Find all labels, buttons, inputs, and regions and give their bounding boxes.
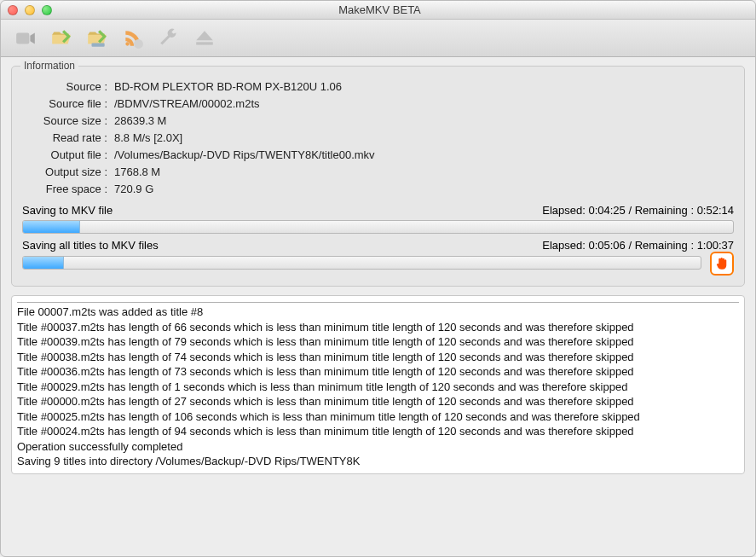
wrench-icon bbox=[158, 27, 180, 49]
stop-button[interactable] bbox=[710, 252, 734, 276]
information-title: Information bbox=[20, 60, 78, 72]
svg-rect-0 bbox=[16, 32, 29, 44]
stop-hand-icon bbox=[714, 256, 730, 271]
log-line: Title #00029.m2ts has length of 1 second… bbox=[17, 380, 739, 395]
progress2-fill bbox=[23, 257, 64, 269]
open-files-button[interactable] bbox=[84, 26, 110, 51]
stream-button[interactable] bbox=[120, 26, 146, 51]
log-line: Title #00039.m2ts has length of 79 secon… bbox=[17, 334, 739, 350]
progress1-label: Saving to MKV file bbox=[22, 204, 113, 217]
progress1-bar bbox=[22, 220, 734, 234]
log-scroll-cutoff bbox=[17, 299, 739, 303]
log-line: Title #00038.m2ts has length of 74 secon… bbox=[17, 350, 739, 365]
camera-icon bbox=[14, 27, 37, 49]
progress1-time: Elapsed: 0:04:25 / Remaining : 0:52:14 bbox=[542, 204, 734, 217]
log-line: File 00007.m2ts was added as title #8 bbox=[17, 305, 739, 320]
progress2-bar bbox=[22, 256, 701, 270]
value-source: BD-ROM PLEXTOR BD-ROM PX-B120U 1.06 bbox=[111, 80, 734, 93]
label-output-size: Output size : bbox=[22, 165, 107, 178]
progress1-header: Saving to MKV file Elapsed: 0:04:25 / Re… bbox=[22, 204, 734, 217]
log-line: Title #00024.m2ts has length of 94 secon… bbox=[17, 424, 739, 439]
value-free-space: 720.9 G bbox=[111, 183, 734, 195]
eject-icon bbox=[193, 27, 216, 49]
progress1-fill bbox=[23, 221, 80, 233]
log-line: Title #00025.m2ts has length of 106 seco… bbox=[17, 409, 739, 425]
folder-hdd-icon bbox=[86, 27, 108, 49]
progress2-label: Saving all titles to MKV files bbox=[22, 239, 159, 252]
folder-open-icon bbox=[50, 27, 72, 49]
value-read-rate: 8.8 M/s [2.0X] bbox=[111, 131, 734, 144]
label-free-space: Free space : bbox=[22, 183, 107, 195]
label-source-size: Source size : bbox=[22, 114, 107, 127]
settings-button[interactable] bbox=[156, 26, 182, 51]
value-output-size: 1768.8 M bbox=[111, 165, 734, 178]
log-output[interactable]: File 00007.m2ts was added as title #8Tit… bbox=[11, 295, 745, 474]
toolbar bbox=[1, 20, 755, 57]
rss-icon bbox=[122, 27, 144, 49]
svg-rect-2 bbox=[92, 43, 105, 46]
value-source-size: 28639.3 M bbox=[111, 114, 734, 127]
log-line: Title #00000.m2ts has length of 27 secon… bbox=[17, 394, 739, 409]
svg-point-4 bbox=[134, 39, 143, 49]
info-key-values: Source : BD-ROM PLEXTOR BD-ROM PX-B120U … bbox=[22, 80, 734, 195]
open-folder-button[interactable] bbox=[49, 26, 74, 51]
value-output-file: /Volumes/Backup/-DVD Rips/TWENTY8K/title… bbox=[111, 148, 734, 161]
information-group: Information Source : BD-ROM PLEXTOR BD-R… bbox=[11, 66, 745, 287]
label-output-file: Output file : bbox=[22, 148, 107, 161]
label-source-file: Source file : bbox=[22, 97, 107, 110]
progress2-header: Saving all titles to MKV files Elapsed: … bbox=[22, 239, 734, 252]
window-title: MakeMKV BETA bbox=[11, 3, 748, 16]
log-line: Operation successfully completed bbox=[17, 439, 739, 455]
log-line: Title #00036.m2ts has length of 73 secon… bbox=[17, 364, 739, 380]
value-source-file: /BDMV/STREAM/00002.m2ts bbox=[111, 97, 734, 110]
eject-button[interactable] bbox=[192, 26, 217, 51]
progress2-time: Elapsed: 0:05:06 / Remaining : 1:00:37 bbox=[542, 239, 734, 252]
label-read-rate: Read rate : bbox=[22, 131, 107, 144]
svg-point-3 bbox=[125, 42, 129, 45]
log-line: Saving 9 titles into directory /Volumes/… bbox=[17, 454, 739, 469]
svg-marker-5 bbox=[196, 31, 213, 40]
label-source: Source : bbox=[22, 80, 107, 93]
svg-rect-6 bbox=[196, 42, 213, 44]
title-bar: MakeMKV BETA bbox=[1, 1, 755, 20]
log-line: Title #00037.m2ts has length of 66 secon… bbox=[17, 320, 739, 335]
open-disc-button[interactable] bbox=[13, 26, 38, 51]
svg-marker-1 bbox=[30, 32, 34, 44]
